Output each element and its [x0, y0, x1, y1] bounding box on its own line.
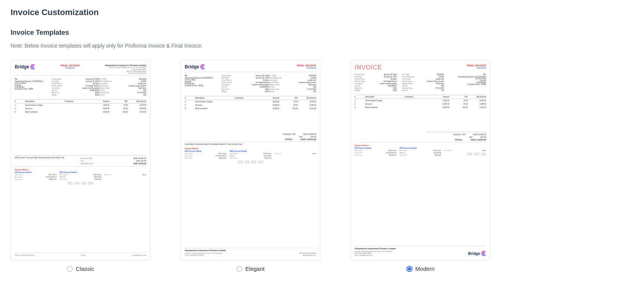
logo: Bridge [185, 64, 205, 69]
final-invoice-label: FINAL INVOICE [60, 64, 80, 67]
template-modern[interactable]: INVOICE FINAL INVOICE FI200043 Invoice D… [351, 60, 490, 272]
invoice-number: FI200043 [60, 67, 80, 69]
template-preview-elegant[interactable]: Bridge FINAL INVOICE FI200043 To: Ontest… [181, 60, 320, 260]
templates-note: Note: Below Invoice templates will apply… [11, 43, 633, 49]
radio-icon[interactable] [236, 266, 242, 272]
radio-classic[interactable]: Classic [67, 266, 94, 272]
amount-words: SAR Fourteen Thousand Eight Hundred Seve… [15, 157, 80, 165]
radio-icon[interactable] [406, 266, 412, 272]
invoice-word: INVOICE [355, 64, 382, 71]
template-preview-modern[interactable]: INVOICE FINAL INVOICE FI200043 Invoice D… [351, 60, 490, 260]
payment-method: Payment Method [15, 169, 146, 171]
line-items-table: # Description Comments Amount VAT Net Am… [15, 99, 146, 114]
templates-row: Bridge FINAL INVOICE FI200043 Glaubetech… [11, 60, 633, 272]
logo-footer: Bridge [468, 251, 486, 256]
section-title: Invoice Templates [11, 29, 633, 37]
radio-label: Elegant [246, 266, 265, 272]
company-cr: CR No: MVQ29208/100795 [105, 72, 146, 74]
logo-icon [200, 64, 205, 69]
template-elegant[interactable]: Bridge FINAL INVOICE FI200043 To: Ontest… [181, 60, 320, 272]
template-classic[interactable]: Bridge FINAL INVOICE FI200043 Glaubetech… [11, 60, 150, 272]
logo: Bridge [15, 64, 35, 69]
to-country: Kuttiyadi,Austria - 80356 [15, 88, 51, 90]
page-title: Invoice Customization [11, 8, 633, 17]
radio-label: Modern [415, 266, 435, 272]
logo-icon [30, 64, 35, 69]
template-preview-classic[interactable]: Bridge FINAL INVOICE FI200043 Glaubetech… [11, 60, 150, 260]
radio-modern[interactable]: Modern [406, 266, 435, 272]
radio-icon[interactable] [67, 266, 73, 272]
logo-text: Bridge [15, 64, 29, 69]
radio-elegant[interactable]: Elegant [236, 266, 265, 272]
logo-icon [481, 251, 486, 256]
radio-label: Classic [76, 266, 94, 272]
